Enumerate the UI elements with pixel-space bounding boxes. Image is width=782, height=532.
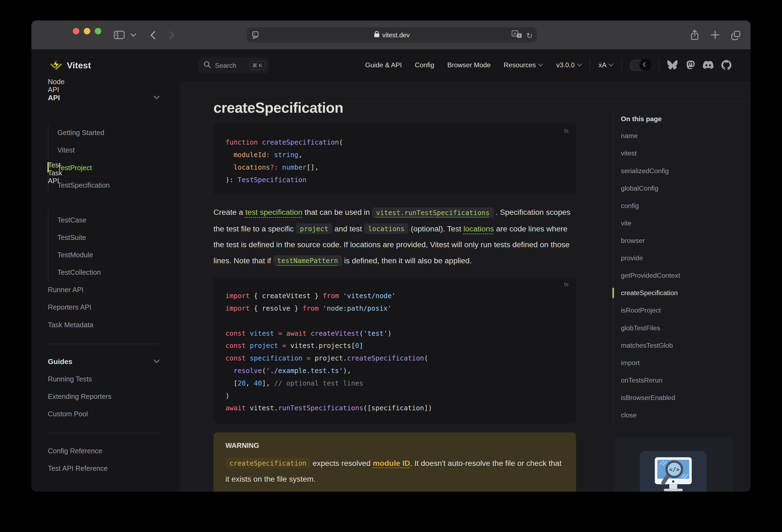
- close-window-button[interactable]: [73, 28, 79, 34]
- sidebar-item-testspecification[interactable]: TestSpecification: [58, 176, 159, 193]
- reload-icon[interactable]: ↻: [526, 32, 533, 39]
- toc-item-name[interactable]: name: [621, 127, 730, 145]
- link-locations[interactable]: locations: [463, 224, 494, 233]
- code-line: import { createVitest } from 'vitest/nod…: [225, 289, 576, 302]
- sponsor-card[interactable]: </>: [613, 437, 733, 492]
- sidebar-item-config-reference[interactable]: Config Reference: [48, 442, 159, 459]
- table-of-contents: On this page namevitestserializedConfigg…: [613, 112, 730, 424]
- code-line: const vitest = await createVitest('test'…: [225, 327, 576, 340]
- sidebar-item-custom-pool[interactable]: Custom Pool: [48, 405, 159, 422]
- search-placeholder: Search: [215, 62, 236, 69]
- text: is defined, then it will also be applied…: [342, 256, 472, 264]
- github-icon[interactable]: [721, 60, 731, 70]
- code-locations: locations: [364, 223, 408, 234]
- code-lang-badge: ts: [564, 128, 569, 134]
- nav-version[interactable]: v3.0.0: [556, 61, 582, 69]
- moon-icon: ☾: [639, 59, 651, 71]
- address-bar[interactable]: vitest.dev Aẋ ↻: [247, 28, 537, 42]
- intro-paragraph: Create a test specification that can be …: [213, 205, 576, 269]
- toc-item-vite[interactable]: vite: [621, 215, 730, 232]
- page-title: createSpecification: [213, 99, 576, 116]
- sidebar-item-vitest[interactable]: Vitest: [58, 141, 159, 158]
- sidebar-item-running-tests[interactable]: Running Tests: [48, 370, 159, 387]
- sidebar-item-extending-reporters[interactable]: Extending Reporters: [48, 387, 159, 405]
- wlink-module-id[interactable]: module ID: [373, 459, 410, 467]
- toc-item-import[interactable]: import: [621, 354, 730, 371]
- warning-body: createSpecification expects resolved mod…: [225, 455, 564, 486]
- nav-browser-mode[interactable]: Browser Mode: [448, 61, 491, 69]
- screen: vitest.dev Aẋ ↻: [0, 0, 782, 532]
- sidebar-nav: APINode APIGetting StartedVitestTestProj…: [48, 89, 159, 477]
- nav-resources[interactable]: Resources: [504, 61, 543, 69]
- toc-title: On this page: [621, 112, 730, 125]
- forward-icon[interactable]: [169, 31, 175, 39]
- sidebar-item-testcase[interactable]: TestCase: [58, 211, 159, 228]
- nav-config[interactable]: Config: [415, 61, 434, 69]
- sidebar-item-testcollection[interactable]: TestCollection: [58, 263, 159, 281]
- chevron-down-icon: [153, 96, 159, 100]
- sidebar-item-test-task-api[interactable]: Test Task API: [48, 164, 55, 181]
- text: that can be used in: [303, 208, 372, 216]
- sidebar-section-guides[interactable]: Guides: [48, 353, 159, 370]
- code-line: await vitest.runTestSpecifications([spec…: [225, 401, 576, 414]
- toc-item-ontestsrerun[interactable]: onTestsRerun: [621, 371, 730, 389]
- share-icon[interactable]: [690, 29, 700, 41]
- toc-item-config[interactable]: config: [621, 197, 730, 214]
- sidebar-divider: [48, 433, 159, 433]
- toc-item-vitest[interactable]: vitest: [621, 145, 730, 162]
- sidebar-toggle-icon[interactable]: [114, 31, 125, 39]
- sidebar-item-node-api[interactable]: Node API: [48, 76, 55, 94]
- code-block-signature: ts function createSpecification( moduleI…: [213, 123, 576, 195]
- code-line: import { resolve } from 'node:path/posix…: [225, 302, 576, 315]
- toc-item-globalconfig[interactable]: globalConfig: [621, 179, 730, 197]
- browser-toolbar: vitest.dev Aẋ ↻: [31, 21, 750, 50]
- sidebar-menu-chevron-icon[interactable]: [131, 34, 136, 37]
- toc-item-createspecification[interactable]: createSpecification: [621, 284, 730, 302]
- theme-toggle[interactable]: ☾: [630, 60, 651, 71]
- divider: [621, 59, 622, 72]
- toc-item-globtestfiles[interactable]: globTestFiles: [621, 319, 730, 336]
- toc-item-isrootproject[interactable]: isRootProject: [621, 302, 730, 319]
- code-lang-badge: ts: [564, 281, 569, 287]
- code-project: project: [296, 223, 332, 234]
- sidebar-item-runner-api[interactable]: Runner API: [48, 281, 159, 298]
- sidebar-item-testsuite[interactable]: TestSuite: [58, 228, 159, 246]
- codelink-vitest-runtestspecifications[interactable]: vitest.runTestSpecifications: [372, 207, 493, 217]
- discord-icon[interactable]: [703, 61, 714, 69]
- language-icon[interactable]: ẋA: [599, 61, 613, 69]
- new-tab-icon[interactable]: [711, 31, 720, 39]
- code-line: resolve('./example.test.ts'),: [225, 364, 576, 377]
- bluesky-icon[interactable]: [667, 61, 678, 70]
- zoom-window-button[interactable]: [95, 28, 101, 34]
- svg-text:A: A: [514, 31, 517, 36]
- text: and test: [332, 224, 364, 233]
- toc-item-close[interactable]: close: [621, 406, 730, 424]
- toc-item-getprovidedcontext[interactable]: getProvidedContext: [621, 267, 730, 284]
- sidebar-item-task-metadata[interactable]: Task Metadata: [48, 316, 159, 333]
- translate-icon[interactable]: Aẋ: [512, 31, 522, 41]
- tab-overview-icon[interactable]: [731, 30, 741, 40]
- vitest-logo[interactable]: Vitest: [50, 49, 91, 81]
- toc-item-matchestestglob[interactable]: matchesTestGlob: [621, 336, 730, 354]
- sidebar-item-getting-started[interactable]: Getting Started: [58, 123, 159, 141]
- sidebar-item-reporters-api[interactable]: Reporters API: [48, 298, 159, 316]
- codelink-testnamepattern[interactable]: testNamePattern: [273, 255, 342, 266]
- divider: [590, 59, 591, 72]
- minimize-window-button[interactable]: [84, 28, 91, 34]
- warning-callout: WARNING createSpecification expects reso…: [213, 432, 576, 492]
- link-test-specification[interactable]: test specification: [245, 208, 303, 216]
- mastodon-icon[interactable]: [685, 60, 696, 70]
- code-line: const specification = project.createSpec…: [225, 352, 576, 364]
- sidebar-item-testproject[interactable]: TestProject: [58, 158, 159, 176]
- sidebar-section-api[interactable]: API: [48, 89, 159, 106]
- toc-item-serializedconfig[interactable]: serializedConfig: [621, 162, 730, 179]
- toc-item-browser[interactable]: browser: [621, 232, 730, 249]
- toc-item-isbrowserenabled[interactable]: isBrowserEnabled: [621, 389, 730, 406]
- back-icon[interactable]: [150, 31, 155, 39]
- sidebar-divider: [48, 344, 159, 344]
- search-input[interactable]: Search ⌘ K: [198, 58, 269, 73]
- toc-item-provide[interactable]: provide: [621, 249, 730, 267]
- sidebar-item-testmodule[interactable]: TestModule: [58, 246, 159, 263]
- nav-guide-api[interactable]: Guide & API: [365, 61, 402, 69]
- sidebar-item-test-api-reference[interactable]: Test API Reference: [48, 459, 159, 477]
